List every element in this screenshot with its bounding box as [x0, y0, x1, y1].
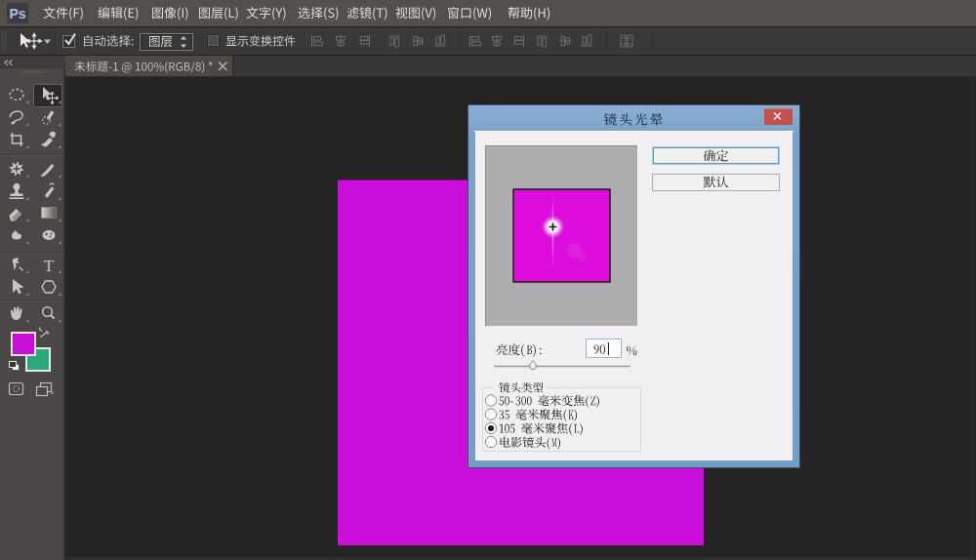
svg-text:T: T: [44, 257, 55, 275]
svg-text:Ps: Ps: [9, 6, 25, 21]
